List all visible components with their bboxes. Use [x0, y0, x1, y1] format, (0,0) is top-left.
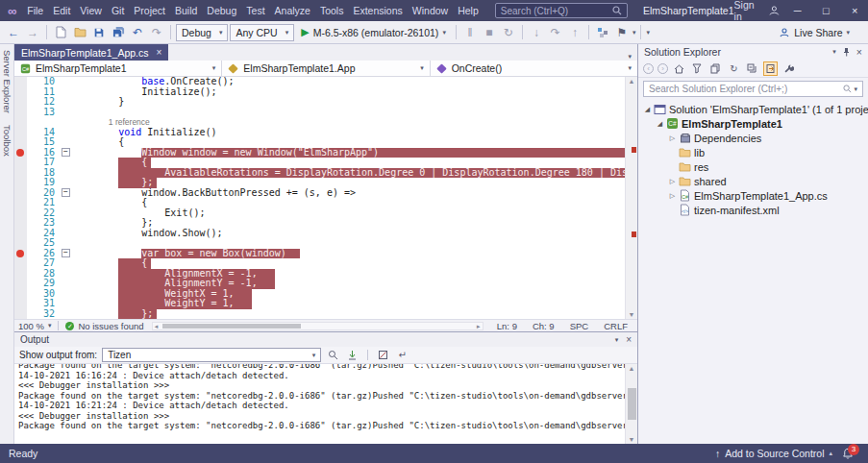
code-text[interactable]: AvailableRotations = DisplayRotation.Deg…: [72, 168, 625, 179]
zoom-level-dropdown[interactable]: 100 %: [18, 321, 44, 331]
menu-file[interactable]: File: [22, 3, 48, 18]
breakpoint-margin[interactable]: [14, 229, 27, 239]
scroll-left-icon[interactable]: ◄: [154, 323, 160, 330]
code-text[interactable]: };: [72, 309, 625, 320]
toolbar-overflow-icon[interactable]: ▾: [646, 29, 650, 37]
show-all-files-icon[interactable]: [708, 61, 723, 76]
code-text[interactable]: void Initialize(): [72, 128, 625, 138]
solution-explorer-search-input[interactable]: Search Solution Explorer (Ctrl+;) ▾: [643, 81, 863, 97]
tree-item-shared[interactable]: ▷shared: [638, 174, 868, 188]
menu-test[interactable]: Test: [241, 3, 269, 18]
step-over-icon[interactable]: ↷: [547, 24, 564, 41]
code-text[interactable]: base.OnCreate();: [72, 77, 625, 87]
breakpoint-margin[interactable]: [14, 299, 27, 309]
output-log[interactable]: Package found on the target system: "net…: [14, 364, 625, 444]
nav-back-icon[interactable]: ‹: [643, 63, 654, 74]
codelens-references[interactable]: 1 reference: [72, 117, 625, 128]
close-panel-icon[interactable]: ×: [856, 46, 862, 58]
tree-item-elmsharptemplate1[interactable]: ◢C#ElmSharpTemplate1: [638, 116, 868, 131]
fold-marker[interactable]: −: [60, 188, 72, 199]
breadcrumb-member-dropdown[interactable]: OnCreate() ▾: [431, 61, 637, 76]
menu-analyze[interactable]: Analyze: [270, 3, 315, 18]
menu-view[interactable]: View: [75, 3, 107, 18]
output-panel-header[interactable]: Output ▾ ×: [14, 332, 637, 347]
tab-elmsharptemplate1-app-cs[interactable]: ElmSharpTemplate1_App.cs ×: [14, 44, 168, 61]
code-text[interactable]: {: [72, 158, 625, 168]
chevron-down-icon[interactable]: ▾: [632, 29, 636, 37]
close-button[interactable]: ×: [843, 0, 866, 21]
sign-in-link[interactable]: Sign in: [734, 0, 762, 22]
document-well-dropdown-icon[interactable]: ▾: [628, 53, 632, 61]
breakpoint-margin[interactable]: [14, 128, 27, 138]
step-into-icon[interactable]: ↓: [528, 24, 545, 41]
tree-item-res[interactable]: res: [638, 159, 868, 174]
code-text[interactable]: [72, 238, 625, 249]
open-file-icon[interactable]: [71, 24, 88, 41]
code-text[interactable]: };: [72, 218, 625, 229]
save-all-icon[interactable]: [110, 24, 127, 41]
code-text[interactable]: [72, 108, 625, 118]
tree-item-solution-elmsharptemplate1-1-of-1-project[interactable]: ◢Solution 'ElmSharpTemplate1' (1 of 1 pr…: [638, 102, 868, 116]
toolbox-vertical-tab[interactable]: Toolbox: [2, 125, 12, 157]
filter-dropdown-icon[interactable]: [690, 61, 705, 76]
menu-project[interactable]: Project: [129, 3, 170, 18]
refresh-icon[interactable]: ↻: [727, 61, 741, 76]
output-source-dropdown[interactable]: Tizen ▾: [102, 348, 321, 362]
navigate-forward-icon[interactable]: →: [24, 24, 41, 41]
code-editor[interactable]: 10base.OnCreate();11Initialize();12}131 …: [14, 77, 625, 319]
menu-window[interactable]: Window: [408, 3, 453, 18]
menu-tools[interactable]: Tools: [315, 3, 349, 18]
sync-with-active-document-icon[interactable]: [763, 61, 778, 76]
goto-next-message-icon[interactable]: [345, 348, 360, 362]
scroll-down-icon[interactable]: ▼: [626, 311, 637, 318]
quick-search-input[interactable]: Search (Ctrl+Q): [495, 3, 628, 18]
breakpoint[interactable]: [14, 249, 27, 259]
breadcrumb-project-dropdown[interactable]: C# ElmSharpTemplate1 ▾: [14, 61, 222, 76]
breakpoint-margin[interactable]: [14, 269, 27, 280]
code-text[interactable]: {: [72, 137, 625, 148]
issues-status[interactable]: No issues found: [78, 321, 143, 331]
breakpoint[interactable]: [14, 148, 27, 158]
fold-marker[interactable]: −: [60, 148, 72, 158]
clear-all-icon[interactable]: [376, 348, 390, 362]
properties-icon[interactable]: [781, 61, 796, 76]
code-text[interactable]: AlignmentY = -1,: [72, 279, 625, 289]
bookmark-icon[interactable]: ⚑: [613, 24, 631, 41]
find-message-icon[interactable]: [326, 348, 340, 362]
breakpoint-margin[interactable]: [14, 198, 27, 208]
menu-debug[interactable]: Debug: [202, 3, 241, 18]
start-debugging-button[interactable]: ▶ M-6.5-x86 (emulator-26101) ▾: [296, 26, 451, 38]
scroll-up-icon[interactable]: ▲: [626, 365, 637, 372]
tree-item-tizen-manifest-xml[interactable]: </>tizen-manifest.xml: [638, 203, 868, 217]
home-icon[interactable]: [672, 61, 686, 76]
breakpoint-dot-icon[interactable]: [16, 250, 24, 257]
code-text[interactable]: Exit();: [72, 208, 625, 219]
scrollbar-thumb[interactable]: [628, 388, 636, 420]
breakpoint-margin[interactable]: [14, 77, 27, 87]
redo-icon[interactable]: ↷: [148, 24, 165, 41]
expand-arrow-icon[interactable]: ▷: [667, 192, 678, 200]
breakpoint-margin[interactable]: [14, 97, 27, 108]
breakpoint-margin[interactable]: [14, 168, 27, 179]
output-vertical-scrollbar[interactable]: ▲ ▼: [625, 364, 637, 444]
tab-close-icon[interactable]: ×: [157, 47, 162, 58]
expand-arrow-icon[interactable]: ▷: [667, 134, 678, 142]
breakpoint-margin[interactable]: [14, 137, 27, 148]
breadcrumb-class-dropdown[interactable]: ElmSharpTemplate1.App ▾: [222, 61, 430, 76]
collapse-all-icon[interactable]: [745, 61, 759, 76]
live-visual-tree-icon[interactable]: [594, 24, 611, 41]
pin-icon[interactable]: [842, 47, 851, 57]
step-out-icon[interactable]: ↑: [566, 24, 583, 41]
scroll-right-icon[interactable]: ►: [476, 323, 482, 330]
solution-configuration-dropdown[interactable]: Debug▾: [176, 24, 228, 41]
expand-arrow-icon[interactable]: ▷: [667, 178, 678, 185]
breakpoint-margin[interactable]: [14, 279, 27, 289]
solution-platform-dropdown[interactable]: Any CPU▾: [230, 24, 294, 41]
window-position-icon[interactable]: ▾: [832, 48, 836, 56]
breakpoint-margin[interactable]: [14, 208, 27, 219]
editor-horizontal-scrollbar[interactable]: ◄ ►: [152, 322, 484, 330]
tree-item-dependencies[interactable]: ▷Dependencies: [638, 131, 868, 145]
breakpoint-margin[interactable]: [14, 238, 27, 249]
save-icon[interactable]: [90, 24, 108, 41]
close-panel-icon[interactable]: ×: [626, 334, 632, 345]
